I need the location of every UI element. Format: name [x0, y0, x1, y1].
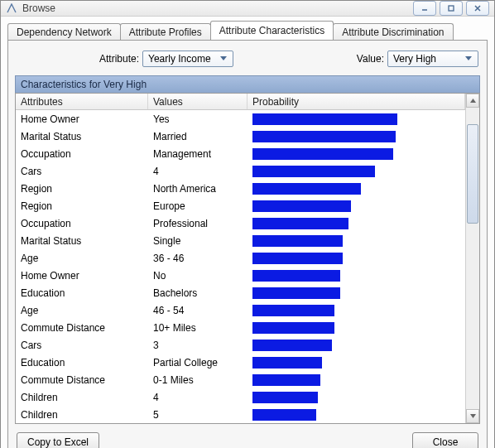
probability-bar: [252, 131, 396, 142]
tab-attribute-profiles[interactable]: Attribute Profiles: [120, 23, 211, 41]
table-row[interactable]: RegionNorth America: [16, 180, 465, 197]
cell-probability: [248, 357, 465, 369]
probability-bar: [252, 183, 361, 195]
table-row[interactable]: Marital StatusMarried: [16, 128, 465, 145]
probability-bar: [252, 357, 322, 369]
svg-rect-1: [449, 6, 454, 11]
window-title: Browse: [22, 2, 55, 14]
cell-value: 10+ Miles: [148, 322, 248, 334]
cell-attribute: Home Owner: [16, 113, 148, 125]
probability-bar: [252, 218, 348, 229]
value-combo[interactable]: Very High: [387, 51, 478, 67]
table-row[interactable]: EducationBachelors: [16, 284, 465, 301]
probability-bar: [252, 200, 351, 212]
probability-bar: [252, 253, 343, 264]
tab-dependency-network[interactable]: Dependency Network: [7, 23, 121, 41]
probability-bar: [252, 166, 375, 177]
cell-value: Yes: [148, 113, 248, 125]
table-row[interactable]: OccupationManagement: [16, 145, 465, 162]
scroll-thumb[interactable]: [467, 124, 478, 224]
grid-body: Home OwnerYesMarital StatusMarriedOccupa…: [16, 110, 465, 423]
client-area: Dependency Network Attribute Profiles At…: [1, 17, 494, 448]
probability-bar: [252, 322, 334, 334]
tab-strip: Dependency Network Attribute Profiles At…: [7, 22, 488, 40]
cell-attribute: Commute Distance: [16, 374, 148, 386]
probability-bar: [252, 409, 316, 421]
cell-probability: [248, 374, 465, 386]
cell-attribute: Education: [16, 357, 148, 369]
cell-value: 46 - 54: [148, 305, 248, 316]
table-row[interactable]: Children4: [16, 388, 465, 406]
browse-window: Browse Dependency Network Attribute Prof…: [0, 0, 495, 448]
cell-probability: [248, 235, 465, 247]
vertical-scrollbar[interactable]: [465, 94, 479, 423]
minimize-button[interactable]: [413, 1, 436, 16]
attribute-combo[interactable]: Yearly Income: [142, 51, 233, 67]
cell-probability: [248, 218, 465, 229]
cell-value: 3: [148, 340, 248, 351]
cell-value: 5: [148, 409, 248, 421]
cell-value: 4: [148, 392, 248, 403]
cell-value: North America: [148, 183, 248, 195]
table-row[interactable]: Age46 - 54: [16, 301, 465, 319]
scroll-down-button[interactable]: [466, 409, 479, 423]
table-row[interactable]: Age36 - 46: [16, 249, 465, 267]
table-row[interactable]: Marital StatusSingle: [16, 232, 465, 249]
app-icon: [6, 2, 17, 14]
cell-attribute: Occupation: [16, 218, 148, 229]
copy-to-excel-button[interactable]: Copy to Excel: [17, 432, 99, 448]
cell-attribute: Cars: [16, 166, 148, 177]
cell-value: 4: [148, 166, 248, 177]
cell-probability: [248, 148, 465, 160]
section-header: Characteristics for Very High: [15, 75, 480, 93]
grid-header: Attributes Values Probability: [16, 94, 465, 110]
cell-probability: [248, 166, 465, 177]
table-row[interactable]: Children5: [16, 406, 465, 423]
column-header-attributes[interactable]: Attributes: [16, 94, 148, 109]
scroll-up-button[interactable]: [466, 94, 479, 108]
value-label: Value:: [357, 53, 384, 65]
tab-attribute-characteristics[interactable]: Attribute Characteristics: [210, 21, 334, 40]
table-row[interactable]: Home OwnerNo: [16, 267, 465, 284]
probability-bar: [252, 374, 320, 386]
probability-bar: [252, 235, 343, 247]
cell-probability: [248, 392, 465, 403]
cell-value: No: [148, 270, 248, 282]
characteristics-grid: Attributes Values Probability Home Owner…: [15, 93, 480, 424]
tab-attribute-discrimination[interactable]: Attribute Discrimination: [333, 23, 453, 41]
scroll-track[interactable]: [466, 108, 479, 409]
cell-probability: [248, 322, 465, 334]
cell-value: 36 - 46: [148, 253, 248, 264]
column-header-values[interactable]: Values: [148, 94, 248, 109]
value-combo-text: Very High: [393, 53, 459, 65]
cell-probability: [248, 340, 465, 351]
probability-bar: [252, 287, 340, 299]
probability-bar: [252, 340, 332, 351]
cell-attribute: Education: [16, 287, 148, 299]
table-row[interactable]: Commute Distance0-1 Miles: [16, 371, 465, 388]
cell-probability: [248, 409, 465, 421]
table-row[interactable]: Commute Distance10+ Miles: [16, 319, 465, 336]
cell-probability: [248, 305, 465, 316]
table-row[interactable]: Cars4: [16, 162, 465, 180]
table-row[interactable]: EducationPartial College: [16, 354, 465, 371]
close-window-button[interactable]: [466, 1, 489, 16]
cell-probability: [248, 270, 465, 282]
maximize-button[interactable]: [440, 1, 463, 16]
cell-value: Single: [148, 235, 248, 247]
table-row[interactable]: OccupationProfessional: [16, 214, 465, 232]
table-row[interactable]: Cars3: [16, 336, 465, 354]
probability-bar: [252, 392, 318, 403]
close-button[interactable]: Close: [412, 432, 478, 448]
cell-value: Partial College: [148, 357, 248, 369]
table-row[interactable]: Home OwnerYes: [16, 110, 465, 128]
chevron-down-icon: [463, 53, 474, 65]
cell-attribute: Age: [16, 305, 148, 316]
column-header-probability[interactable]: Probability: [248, 94, 465, 109]
footer: Copy to Excel Close: [15, 424, 480, 448]
cell-attribute: Children: [16, 409, 148, 421]
table-row[interactable]: RegionEurope: [16, 197, 465, 214]
probability-bar: [252, 305, 334, 316]
cell-attribute: Children: [16, 392, 148, 403]
cell-attribute: Region: [16, 183, 148, 195]
